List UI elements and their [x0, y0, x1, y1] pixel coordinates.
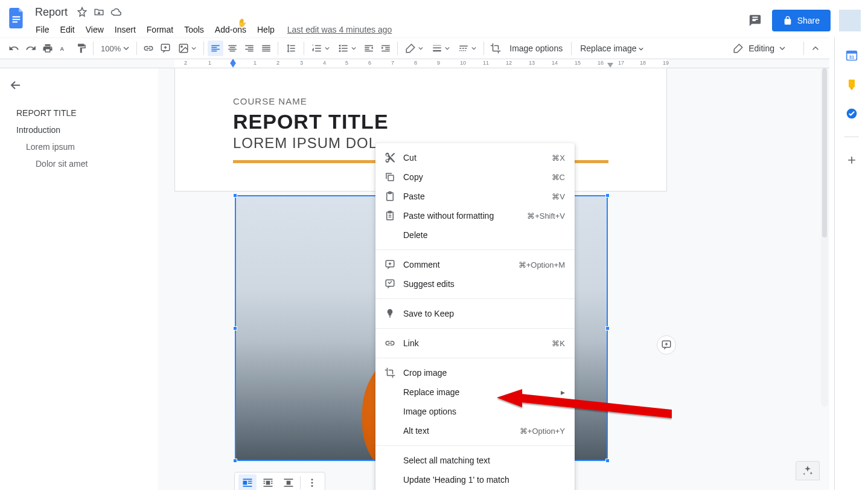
ctx-comment[interactable]: Comment⌘+Option+M [375, 255, 575, 274]
account-avatar[interactable] [839, 10, 861, 31]
share-button-label: Share [797, 16, 820, 25]
svg-rect-0 [13, 16, 21, 18]
zoom-select[interactable]: 100% [97, 40, 133, 56]
last-edit-link[interactable]: Last edit was 4 minutes ago [287, 25, 392, 34]
wrap-inline-button[interactable] [238, 474, 257, 490]
svg-rect-12 [433, 50, 442, 51]
line-spacing-button[interactable] [282, 40, 300, 56]
doc-title[interactable]: Report [31, 5, 71, 20]
paint-format-button[interactable] [74, 40, 89, 56]
svg-rect-36 [284, 486, 293, 487]
hide-menus-button[interactable] [808, 40, 823, 56]
ctx-alt-text[interactable]: Alt text⌘+Option+Y [375, 421, 575, 440]
svg-rect-22 [243, 479, 252, 480]
menu-view[interactable]: View [81, 24, 108, 36]
align-right-button[interactable] [241, 40, 257, 56]
align-center-button[interactable] [225, 40, 240, 56]
tasks-icon[interactable] [846, 108, 858, 120]
menu-insert[interactable]: Insert [110, 24, 140, 36]
align-justify-button[interactable] [258, 40, 274, 56]
bulleted-list-button[interactable] [334, 40, 360, 56]
ctx-paste-without-formatting[interactable]: Paste without formatting⌘+Shift+V [375, 206, 575, 225]
ctx-image-options[interactable]: Image options [375, 402, 575, 421]
add-comment-fab[interactable] [657, 335, 676, 355]
print-button[interactable] [40, 40, 56, 56]
ctx-paste[interactable]: Paste⌘V [375, 187, 575, 206]
wrap-more-button[interactable] [303, 474, 321, 490]
cloud-status-icon[interactable] [110, 6, 122, 18]
redo-button[interactable] [23, 40, 39, 56]
resize-handle[interactable] [605, 193, 610, 198]
ctx-suggest-edits[interactable]: Suggest edits [375, 274, 575, 294]
resize-handle[interactable] [605, 326, 610, 330]
docs-logo[interactable] [5, 4, 29, 33]
outline-back-button[interactable] [8, 77, 25, 94]
border-weight-button[interactable] [428, 40, 453, 56]
menu-addons[interactable]: Add-ons [211, 24, 251, 36]
insert-link-button[interactable] [141, 40, 156, 56]
ctx-cut[interactable]: Cut⌘X [375, 148, 575, 167]
add-addon-icon[interactable] [846, 154, 858, 166]
resize-handle[interactable] [233, 193, 237, 198]
ctx-delete[interactable]: Delete [375, 225, 575, 245]
indent-decrease-button[interactable] [361, 40, 377, 56]
calendar-icon[interactable]: 31 [846, 50, 858, 62]
border-dash-button[interactable] [455, 40, 480, 56]
replace-image-button[interactable]: Replace image [575, 44, 648, 53]
svg-rect-51 [850, 88, 852, 89]
move-icon[interactable] [93, 6, 105, 18]
scrollbar[interactable] [821, 68, 828, 407]
share-button[interactable]: Share [772, 10, 831, 31]
ctx-update-heading-1-to-match[interactable]: Update 'Heading 1' to match [375, 470, 575, 489]
ctx-select-all-matching-text[interactable]: Select all matching text [375, 451, 575, 470]
svg-text:31: 31 [849, 54, 854, 60]
ctx-copy[interactable]: Copy⌘C [375, 167, 575, 187]
wrap-text-button[interactable] [259, 474, 277, 490]
menu-edit[interactable]: Edit [56, 24, 79, 36]
svg-rect-15 [462, 48, 464, 49]
ctx-save-to-keep[interactable]: Save to Keep [375, 304, 575, 323]
open-comments-icon[interactable] [747, 12, 764, 29]
ctx-replace-image[interactable]: Replace image▸ [375, 382, 575, 402]
svg-rect-11 [433, 48, 442, 49]
outline-item[interactable]: REPORT TITLE [8, 105, 153, 121]
svg-rect-10 [433, 45, 442, 46]
undo-button[interactable] [6, 40, 22, 56]
indent-increase-button[interactable] [378, 40, 394, 56]
menu-tools[interactable]: Tools [180, 24, 208, 36]
mode-switch[interactable]: Editing [727, 40, 791, 56]
svg-point-7 [339, 45, 341, 47]
scrollbar-thumb[interactable] [822, 68, 827, 237]
svg-rect-26 [243, 486, 252, 487]
resize-handle[interactable] [605, 459, 610, 463]
resize-handle[interactable] [233, 459, 237, 463]
ruler[interactable]: /* ruler numbers rendered in populate */… [0, 59, 829, 68]
align-left-button[interactable] [208, 40, 223, 56]
explore-button[interactable] [796, 461, 820, 480]
insert-image-button[interactable] [174, 40, 200, 56]
border-color-button[interactable] [401, 40, 427, 56]
wrap-break-button[interactable] [279, 474, 298, 490]
resize-handle[interactable] [233, 326, 237, 330]
numbered-list-button[interactable] [308, 40, 333, 56]
spellcheck-button[interactable]: A [57, 40, 72, 56]
star-icon[interactable] [76, 6, 88, 18]
zoom-value: 100% [101, 44, 121, 53]
outline-item[interactable]: Dolor sit amet [8, 155, 153, 172]
crop-button[interactable] [488, 40, 503, 56]
outline-item[interactable]: Introduction [8, 121, 153, 138]
insert-comment-button[interactable] [158, 40, 173, 56]
left-indent[interactable] [230, 63, 236, 68]
svg-point-39 [311, 485, 313, 487]
image-wrap-toolbar [234, 472, 325, 490]
menu-file[interactable]: File [31, 24, 54, 36]
svg-point-8 [339, 48, 341, 50]
menu-help[interactable]: Help [253, 24, 279, 36]
ctx-link[interactable]: Link⌘K [375, 334, 575, 353]
right-indent[interactable] [607, 63, 613, 68]
ctx-crop-image[interactable]: Crop image [375, 363, 575, 382]
keep-icon[interactable] [846, 79, 858, 91]
menu-format[interactable]: Format [142, 24, 177, 36]
outline-item[interactable]: Lorem ipsum [8, 138, 153, 155]
image-options-button[interactable]: Image options [505, 44, 567, 53]
